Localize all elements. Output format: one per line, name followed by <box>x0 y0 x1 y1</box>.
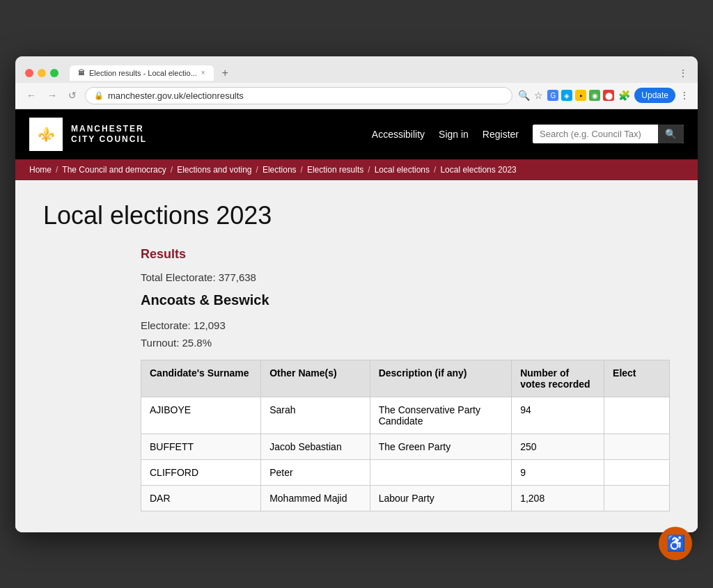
cell-votes: 9 <box>512 459 604 485</box>
cell-votes: 1,208 <box>512 485 604 511</box>
results-table: Candidate's Surname Other Name(s) Descri… <box>141 360 670 511</box>
total-electorate-block: Total Electorate: 377,638 <box>141 271 670 284</box>
ext5-icon: ⬤ <box>603 90 614 101</box>
cell-description <box>370 459 511 485</box>
forward-button[interactable]: → <box>45 88 60 102</box>
cell-surname: AJIBOYE <box>141 397 261 434</box>
chrome-menu-button[interactable]: ⋮ <box>680 90 689 101</box>
maximize-traffic-light[interactable] <box>50 69 58 77</box>
ext2-icon: ◈ <box>561 90 572 101</box>
cell-elected <box>604 459 670 485</box>
accessibility-button[interactable]: ♿ <box>659 527 692 560</box>
update-button[interactable]: Update <box>634 88 675 103</box>
breadcrumb-sep-4: / <box>301 165 303 175</box>
browser-actions: 🔍 ☆ G ◈ ▪ ◉ ⬤ 🧩 Update ⋮ <box>518 88 689 103</box>
ext4-icon: ◉ <box>589 90 600 101</box>
cell-surname: BUFFETT <box>141 434 261 459</box>
turnout-line: Turnout: 25.8% <box>141 337 670 349</box>
cell-surname: DAR <box>141 485 261 511</box>
table-row: AJIBOYE Sarah The Conservative Party Can… <box>141 397 670 434</box>
breadcrumb-election-results[interactable]: Election results <box>307 165 363 175</box>
table-body: AJIBOYE Sarah The Conservative Party Can… <box>141 397 670 511</box>
active-tab[interactable]: 🏛 Election results - Local electio... × <box>70 65 214 81</box>
accessibility-link[interactable]: Accessibility <box>372 129 425 140</box>
breadcrumb-elections-voting[interactable]: Elections and voting <box>177 165 251 175</box>
google-drive-icon: G <box>547 90 558 101</box>
table-header-row: Candidate's Surname Other Name(s) Descri… <box>141 360 670 397</box>
extensions-button[interactable]: 🧩 <box>618 90 630 101</box>
council-name: MANCHESTER CITY COUNCIL <box>71 124 147 144</box>
tab-favicon: 🏛 <box>78 69 85 77</box>
cell-other-names: Jacob Sebastian <box>261 434 370 459</box>
cell-description: The Conservative Party Candidate <box>370 397 511 434</box>
breadcrumb-sep-2: / <box>171 165 173 175</box>
traffic-lights <box>25 69 58 77</box>
page-content: ⚜️ MANCHESTER CITY COUNCIL Accessibility… <box>15 109 698 532</box>
extension-icons: G ◈ ▪ ◉ ⬤ <box>547 90 614 101</box>
breadcrumb-local-elections[interactable]: Local elections <box>375 165 430 175</box>
browser-window: 🏛 Election results - Local electio... × … <box>15 56 698 532</box>
breadcrumb-home[interactable]: Home <box>29 165 52 175</box>
close-traffic-light[interactable] <box>25 69 33 77</box>
col-header-other: Other Name(s) <box>261 360 370 397</box>
cell-description: The Green Party <box>370 434 511 459</box>
electorate-line: Electorate: 12,093 <box>141 319 670 331</box>
results-section: Results Total Electorate: 377,638 Ancoat… <box>141 247 670 511</box>
breadcrumb: Home / The Council and democracy / Elect… <box>15 159 698 180</box>
breadcrumb-sep-5: / <box>368 165 370 175</box>
cell-elected <box>604 485 670 511</box>
breadcrumb-sep-1: / <box>56 165 58 175</box>
col-header-votes: Number of votes recorded <box>512 360 604 397</box>
col-header-surname: Candidate's Surname <box>141 360 261 397</box>
breadcrumb-council[interactable]: The Council and democracy <box>62 165 166 175</box>
back-button[interactable]: ← <box>24 88 39 102</box>
cell-votes: 94 <box>512 397 604 434</box>
table-row: DAR Mohammed Majid Labour Party 1,208 <box>141 485 670 511</box>
bookmark-button[interactable]: ☆ <box>534 90 543 101</box>
new-tab-button[interactable]: + <box>217 63 234 83</box>
site-search: 🔍 <box>533 125 684 143</box>
cell-other-names: Mohammed Majid <box>261 485 370 511</box>
browser-titlebar: 🏛 Election results - Local electio... × … <box>15 56 698 83</box>
cell-surname: CLIFFORD <box>141 459 261 485</box>
logo-area: ⚜️ MANCHESTER CITY COUNCIL <box>29 118 147 151</box>
table-row: CLIFFORD Peter 9 <box>141 459 670 485</box>
search-button[interactable]: 🔍 <box>658 125 684 143</box>
cell-votes: 250 <box>512 434 604 459</box>
site-header: ⚜️ MANCHESTER CITY COUNCIL Accessibility… <box>15 109 698 159</box>
breadcrumb-current: Local elections 2023 <box>440 165 516 175</box>
col-header-elected: Elect <box>604 360 670 397</box>
search-nav-button[interactable]: 🔍 <box>518 90 530 101</box>
col-header-description: Description (if any) <box>370 360 511 397</box>
reload-button[interactable]: ↺ <box>65 88 79 102</box>
url-text: manchester.gov.uk/electionresults <box>108 90 244 101</box>
search-input[interactable] <box>533 125 658 143</box>
cell-description: Labour Party <box>370 485 511 511</box>
cell-elected <box>604 434 670 459</box>
browser-nav: ← → ↺ 🔒 manchester.gov.uk/electionresult… <box>15 83 698 109</box>
results-heading: Results <box>141 247 670 262</box>
cell-other-names: Sarah <box>261 397 370 434</box>
tab-close-button[interactable]: × <box>201 69 205 77</box>
ext3-icon: ▪ <box>575 90 586 101</box>
page-title: Local elections 2023 <box>43 201 670 230</box>
address-bar[interactable]: 🔒 manchester.gov.uk/electionresults <box>85 87 512 104</box>
total-electorate-label: Total Electorate: 377,638 <box>141 271 256 283</box>
breadcrumb-sep-3: / <box>256 165 258 175</box>
cell-elected <box>604 397 670 434</box>
table-row: BUFFETT Jacob Sebastian The Green Party … <box>141 434 670 459</box>
lock-icon: 🔒 <box>94 91 104 100</box>
header-nav: Accessibility Sign in Register 🔍 <box>372 125 684 143</box>
breadcrumb-sep-6: / <box>434 165 436 175</box>
tab-bar: 🏛 Election results - Local electio... × … <box>70 63 673 83</box>
breadcrumb-elections[interactable]: Elections <box>263 165 297 175</box>
ward-name: Ancoats & Beswick <box>141 292 670 308</box>
council-logo-icon: ⚜️ <box>29 118 63 151</box>
cell-other-names: Peter <box>261 459 370 485</box>
minimize-traffic-light[interactable] <box>38 69 46 77</box>
main-content: Local elections 2023 Results Total Elect… <box>15 180 698 532</box>
register-link[interactable]: Register <box>483 129 519 140</box>
signin-link[interactable]: Sign in <box>439 129 469 140</box>
more-options-button[interactable]: ⋮ <box>678 67 688 79</box>
tab-title: Election results - Local electio... <box>89 69 197 77</box>
